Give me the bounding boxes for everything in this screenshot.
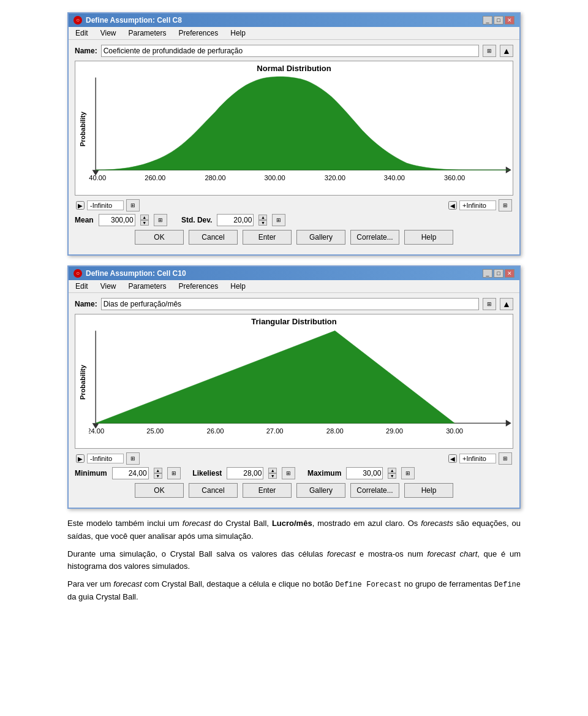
name-input-1[interactable]: [101, 45, 479, 57]
cancel-button-1[interactable]: Cancel: [189, 230, 238, 245]
left-inf-group-1: ▶ -Infinito ⊞: [76, 199, 140, 211]
min-input-2[interactable]: [112, 467, 149, 479]
close-button-2[interactable]: ✕: [505, 269, 514, 278]
name-input-2[interactable]: [101, 298, 479, 310]
stddev-spin-down-1[interactable]: ▼: [258, 220, 267, 226]
svg-text:26,00: 26,00: [207, 427, 224, 433]
right-tri-btn-1[interactable]: ◀: [448, 201, 457, 210]
min-spin-2: ▲ ▼: [154, 468, 162, 479]
min-icon-2[interactable]: ⊞: [167, 467, 181, 479]
max-label-2: Maximum: [307, 469, 341, 478]
correlate-button-2[interactable]: Correlate...: [350, 483, 399, 498]
left-inf-icon-1[interactable]: ⊞: [126, 199, 140, 211]
menu-parameters-1[interactable]: Parameters: [126, 28, 168, 38]
minimize-button-2[interactable]: _: [483, 269, 492, 278]
define-forecast-code: Define Forecast: [336, 581, 402, 589]
name-row-2: Name: ⊞ ▲: [75, 298, 513, 310]
right-inf-icon-1[interactable]: ⊞: [499, 199, 512, 211]
scroll-up-btn-2[interactable]: ▲: [500, 298, 513, 310]
svg-text:280,00: 280,00: [205, 174, 225, 180]
chart-wrapper-1: Probability 240,00 260,00 2: [75, 74, 513, 185]
min-spin-up-2[interactable]: ▲: [154, 468, 162, 473]
likeliest-icon-2[interactable]: ⊞: [282, 467, 295, 479]
name-icon-btn-1[interactable]: ⊞: [483, 45, 496, 57]
menu-bar-2: Edit View Parameters Preferences Help: [69, 280, 519, 293]
menu-preferences-2[interactable]: Preferences: [177, 281, 221, 291]
enter-button-1[interactable]: Enter: [243, 230, 292, 245]
gallery-button-1[interactable]: Gallery: [296, 230, 345, 245]
menu-help-1[interactable]: Help: [228, 28, 247, 38]
left-inf-group-2: ▶ -Infinito ⊞: [76, 452, 140, 465]
chart-svg-2: 24,00 25,00 26,00 27,00 28,00 29,00 30,0…: [89, 327, 513, 433]
close-button-1[interactable]: ✕: [505, 16, 514, 25]
menu-view-2[interactable]: View: [99, 281, 118, 291]
likeliest-spin-down-2[interactable]: ▼: [268, 473, 277, 479]
menu-preferences-1[interactable]: Preferences: [177, 28, 221, 38]
stddev-input-1[interactable]: [217, 214, 254, 226]
mean-icon-1[interactable]: ⊞: [154, 214, 167, 226]
menu-edit-1[interactable]: Edit: [74, 28, 90, 38]
right-tri-btn-2[interactable]: ◀: [448, 454, 457, 463]
minimize-button-1[interactable]: _: [483, 16, 492, 25]
name-label-1: Name:: [75, 47, 97, 55]
left-tri-btn-2[interactable]: ▶: [76, 454, 85, 463]
maximize-button-2[interactable]: □: [494, 269, 503, 278]
mean-spin-1: ▲ ▼: [140, 215, 149, 226]
max-spin-down-2[interactable]: ▼: [388, 473, 396, 479]
buttons-row-2: OK Cancel Enter Gallery Correlate... Hel…: [75, 483, 513, 503]
help-button-1[interactable]: Help: [404, 230, 453, 245]
dialog-body-1: Name: ⊞ ▲ Normal Distribution Probabilit…: [69, 40, 519, 254]
window-controls-1: _ □ ✕: [483, 16, 514, 25]
menu-parameters-2[interactable]: Parameters: [126, 281, 168, 291]
max-spin-up-2[interactable]: ▲: [388, 468, 396, 473]
likeliest-spin-up-2[interactable]: ▲: [268, 468, 277, 473]
right-inf-icon-2[interactable]: ⊞: [499, 452, 512, 465]
svg-text:25,00: 25,00: [146, 427, 164, 433]
stddev-spin-up-1[interactable]: ▲: [258, 215, 267, 220]
window-title-1: Define Assumption: Cell C8: [86, 16, 182, 25]
right-infinity-2: +Infinito: [459, 454, 496, 463]
forecasts-italic-2: forecasts: [421, 519, 453, 528]
left-tri-btn-1[interactable]: ▶: [76, 201, 85, 210]
scroll-up-btn-1[interactable]: ▲: [500, 45, 513, 57]
name-icon-btn-2[interactable]: ⊞: [483, 298, 496, 310]
window1: ○ Define Assumption: Cell C8 _ □ ✕ Edit …: [67, 12, 521, 256]
svg-text:320,00: 320,00: [325, 174, 345, 180]
enter-button-2[interactable]: Enter: [243, 483, 292, 498]
forecast-italic-1: forecast: [183, 519, 211, 528]
title-bar-1: ○ Define Assumption: Cell C8 _ □ ✕: [69, 13, 519, 27]
text-section: Este modelo também inclui um forecast do…: [67, 517, 521, 604]
maximize-button-1[interactable]: □: [494, 16, 503, 25]
menu-edit-2[interactable]: Edit: [74, 281, 90, 291]
gallery-button-2[interactable]: Gallery: [296, 483, 345, 498]
svg-text:260,00: 260,00: [145, 174, 165, 180]
left-inf-icon-2[interactable]: ⊞: [126, 452, 140, 465]
right-inf-group-2: ◀ +Infinito ⊞: [448, 452, 512, 465]
svg-text:27,00: 27,00: [266, 427, 284, 433]
stddev-icon-1[interactable]: ⊞: [272, 214, 285, 226]
ok-button-2[interactable]: OK: [135, 483, 184, 498]
menu-view-1[interactable]: View: [99, 28, 118, 38]
help-button-2[interactable]: Help: [404, 483, 453, 498]
ok-button-1[interactable]: OK: [135, 230, 184, 245]
svg-text:240,00: 240,00: [89, 174, 106, 180]
mean-spin-down-1[interactable]: ▼: [140, 220, 149, 226]
mean-input-1[interactable]: [99, 214, 135, 226]
min-spin-down-2[interactable]: ▼: [154, 473, 162, 479]
cancel-button-2[interactable]: Cancel: [189, 483, 238, 498]
title-bar-2: ○ Define Assumption: Cell C10 _ □ ✕: [69, 267, 519, 280]
name-label-2: Name:: [75, 300, 97, 308]
forecast-italic-4: forecast: [113, 579, 141, 588]
max-icon-2[interactable]: ⊞: [401, 467, 415, 479]
right-infinity-1: +Infinito: [459, 200, 496, 210]
menu-help-2[interactable]: Help: [228, 281, 247, 291]
infinity-row-2: ▶ -Infinito ⊞ ◀ +Infinito ⊞: [75, 452, 513, 465]
mean-spin-up-1[interactable]: ▲: [140, 215, 149, 220]
likeliest-input-2[interactable]: [227, 467, 263, 479]
max-input-2[interactable]: [346, 467, 383, 479]
correlate-button-1[interactable]: Correlate...: [350, 230, 399, 245]
forecast-chart-italic: forecast chart: [427, 549, 477, 558]
window2: ○ Define Assumption: Cell C10 _ □ ✕ Edit…: [67, 265, 521, 509]
paragraph-1: Este modelo também inclui um forecast do…: [67, 517, 521, 543]
mean-label-1: Mean: [75, 216, 94, 224]
